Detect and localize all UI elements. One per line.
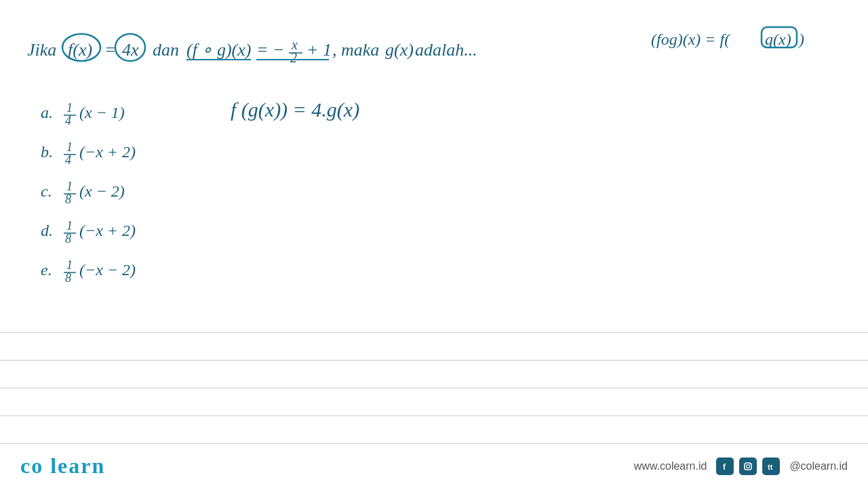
footer: co learn www.colearn.id f	[0, 444, 868, 488]
svg-text:1: 1	[66, 258, 73, 272]
option-d: d. 1 8 (−x + 2)	[41, 213, 841, 245]
svg-text:(x − 1): (x − 1)	[79, 104, 125, 121]
svg-text:adalah...: adalah...	[415, 40, 477, 60]
svg-text:(−x + 2): (−x + 2)	[79, 143, 136, 161]
svg-text:d.: d.	[41, 222, 53, 239]
facebook-icon: f	[716, 458, 734, 475]
option-c: c. 1 8 (x − 2)	[41, 174, 841, 206]
svg-text:4: 4	[65, 114, 71, 127]
right-formula: (fog)(x) = f( g(x) )	[651, 20, 827, 54]
svg-text:b.: b.	[41, 143, 53, 161]
svg-text:(fog)(x) = f(: (fog)(x) = f(	[651, 30, 731, 48]
svg-text:1: 1	[66, 140, 73, 154]
right-formula-svg: (fog)(x) = f( g(x) )	[651, 20, 827, 54]
svg-text:c.: c.	[41, 182, 52, 200]
svg-text:= −: = −	[256, 40, 285, 60]
svg-text:): )	[797, 30, 804, 48]
svg-text:1: 1	[66, 219, 73, 232]
svg-text:a.: a.	[41, 104, 53, 121]
svg-text:=: =	[104, 40, 117, 60]
svg-text:g(x): g(x)	[385, 40, 414, 60]
working-area: f (g(x)) = 4.g(x)	[231, 88, 461, 129]
footer-url: www.colearn.id	[634, 460, 707, 472]
svg-text:8: 8	[65, 271, 71, 285]
svg-text:(x − 2): (x − 2)	[79, 182, 125, 200]
svg-text:8: 8	[65, 192, 71, 206]
working-svg: f (g(x)) = 4.g(x)	[231, 88, 461, 129]
svg-text:(f ∘ g)(x): (f ∘ g)(x)	[186, 40, 251, 60]
svg-text:(−x + 2): (−x + 2)	[79, 222, 136, 239]
brand-text: co learn	[20, 453, 105, 478]
svg-text:f (g(x)) = 4.g(x): f (g(x)) = 4.g(x)	[231, 98, 359, 121]
social-handle: @colearn.id	[789, 460, 848, 472]
svg-text:4: 4	[65, 153, 71, 167]
svg-text:e.: e.	[41, 261, 52, 279]
option-e: e. 1 8 (−x − 2)	[41, 252, 841, 285]
svg-text:2: 2	[290, 50, 297, 65]
svg-text:1: 1	[66, 180, 73, 193]
svg-text:, maka: , maka	[332, 40, 379, 60]
svg-text:4x: 4x	[122, 40, 139, 60]
tiktok-icon: tt	[762, 458, 780, 475]
svg-text:dan: dan	[153, 40, 179, 60]
svg-text:+ 1: + 1	[307, 40, 332, 60]
footer-right: www.colearn.id f tt	[634, 458, 848, 475]
svg-text:f(x): f(x)	[68, 40, 92, 60]
horizontal-lines	[0, 332, 868, 444]
brand-logo: co learn	[20, 453, 105, 479]
svg-text:g(x): g(x)	[765, 30, 791, 48]
question-math: Jika f(x) = 4x dan (f ∘ g)(x) = − x 2	[27, 20, 637, 75]
svg-text:Jika: Jika	[27, 40, 56, 60]
svg-text:1: 1	[66, 101, 73, 115]
svg-text:tt: tt	[768, 463, 773, 471]
instagram-icon	[739, 458, 757, 475]
svg-text:8: 8	[65, 232, 71, 245]
social-icons: f tt	[716, 458, 780, 475]
svg-text:(−x − 2): (−x − 2)	[79, 261, 136, 279]
svg-point-53	[750, 463, 751, 464]
option-b: b. 1 4 (−x + 2)	[41, 134, 841, 167]
